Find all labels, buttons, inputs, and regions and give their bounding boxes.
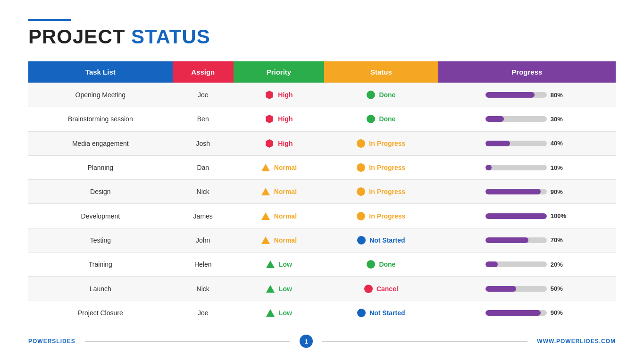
- triangle-icon: [261, 163, 270, 172]
- col-header-assign: Assign: [173, 61, 234, 83]
- priority-icon: [261, 163, 270, 172]
- priority-icon: [261, 187, 270, 196]
- table-row: Opening MeetingJoeHighDone80%: [28, 83, 616, 107]
- cell-priority: High: [234, 107, 324, 131]
- svg-marker-4: [261, 188, 270, 195]
- table-row: DevelopmentJamesNormalIn Progress100%: [28, 204, 616, 228]
- priority-icon: [261, 211, 270, 221]
- priority-icon: [266, 260, 275, 269]
- triangle-icon: [266, 284, 275, 294]
- triangle-icon: [261, 187, 270, 196]
- status-label: In Progress: [369, 140, 405, 147]
- priority-icon: [266, 308, 275, 318]
- cell-priority: Normal: [234, 180, 324, 204]
- footer-page-number: 1: [300, 335, 313, 348]
- progress-percent: 40%: [551, 140, 569, 147]
- progress-bar-bg: [485, 165, 547, 170]
- svg-marker-8: [266, 285, 275, 293]
- priority-label: High: [278, 91, 293, 99]
- status-label: Not Started: [369, 309, 405, 317]
- hexagon-icon: [265, 90, 274, 100]
- status-dot: [357, 139, 365, 148]
- cell-progress: 80%: [438, 83, 616, 107]
- cell-progress: 10%: [438, 155, 616, 179]
- page-title: PROJECT STATUS: [28, 25, 616, 48]
- priority-label: High: [278, 140, 293, 147]
- status-dot: [367, 91, 375, 99]
- status-dot: [357, 187, 365, 196]
- progress-bar-fill: [485, 261, 498, 267]
- progress-bar-bg: [485, 213, 547, 219]
- svg-marker-2: [266, 139, 273, 148]
- progress-bar-bg: [485, 92, 547, 98]
- cell-priority: High: [234, 83, 324, 107]
- status-label: Done: [379, 261, 395, 268]
- svg-marker-1: [266, 115, 273, 123]
- priority-label: Low: [279, 309, 292, 317]
- svg-marker-9: [266, 309, 275, 317]
- cell-assign: Ben: [173, 107, 234, 131]
- cell-assign: Dan: [173, 155, 234, 179]
- progress-bar-fill: [485, 165, 492, 170]
- footer-line-left: [85, 341, 290, 342]
- status-dot: [367, 260, 375, 269]
- priority-icon: [266, 284, 275, 294]
- cell-task: Opening Meeting: [28, 83, 173, 107]
- table-row: Brainstorming sessionBenHighDone30%: [28, 107, 616, 131]
- svg-marker-3: [261, 164, 270, 171]
- title-section: PROJECT STATUS: [28, 19, 616, 48]
- title-underline: [28, 19, 71, 21]
- triangle-icon: [261, 236, 270, 245]
- status-label: In Progress: [369, 164, 405, 171]
- cell-progress: 50%: [438, 277, 616, 301]
- cell-assign: Joe: [173, 83, 234, 107]
- cell-priority: Normal: [234, 155, 324, 179]
- cell-progress: 30%: [438, 107, 616, 131]
- status-label: Done: [379, 115, 395, 123]
- status-label: In Progress: [369, 212, 405, 220]
- cell-task: Media engagement: [28, 131, 173, 155]
- table-row: DesignNickNormalIn Progress90%: [28, 180, 616, 204]
- table-row: TestingJohnNormalNot Started70%: [28, 228, 616, 252]
- progress-percent: 80%: [551, 92, 569, 99]
- cell-status: Not Started: [324, 228, 438, 252]
- col-header-status: Status: [324, 61, 438, 83]
- table-header-row: Task List Assign Priority Status Progres…: [28, 61, 616, 83]
- priority-label: Normal: [274, 212, 297, 220]
- cell-priority: Low: [234, 301, 324, 325]
- progress-bar-bg: [485, 141, 547, 146]
- priority-icon: [265, 114, 274, 124]
- progress-percent: 10%: [551, 164, 569, 171]
- cell-progress: 70%: [438, 228, 616, 252]
- cell-progress: 90%: [438, 301, 616, 325]
- cell-status: Done: [324, 253, 438, 277]
- status-dot: [357, 212, 365, 220]
- status-label: Done: [379, 91, 395, 99]
- triangle-icon: [261, 211, 270, 221]
- cell-status: In Progress: [324, 180, 438, 204]
- cell-task: Design: [28, 180, 173, 204]
- cell-task: Planning: [28, 155, 173, 179]
- cell-priority: High: [234, 131, 324, 155]
- cell-assign: Nick: [173, 277, 234, 301]
- progress-bar-fill: [485, 286, 516, 292]
- cell-status: Done: [324, 107, 438, 131]
- cell-priority: Low: [234, 277, 324, 301]
- cell-assign: John: [173, 228, 234, 252]
- status-label: In Progress: [369, 188, 405, 195]
- svg-marker-6: [261, 236, 270, 244]
- table-row: PlanningDanNormalIn Progress10%: [28, 155, 616, 179]
- col-header-progress: Progress: [438, 61, 616, 83]
- progress-bar-bg: [485, 261, 547, 267]
- cell-status: In Progress: [324, 131, 438, 155]
- progress-percent: 30%: [551, 116, 569, 123]
- title-part1: PROJECT: [28, 25, 125, 48]
- priority-label: Normal: [274, 236, 297, 244]
- priority-label: Normal: [274, 164, 297, 171]
- footer-brand: POWERSLIDES: [28, 338, 75, 345]
- priority-label: Low: [279, 285, 292, 293]
- progress-percent: 90%: [551, 188, 569, 195]
- cell-status: In Progress: [324, 155, 438, 179]
- table-row: Media engagementJoshHighIn Progress40%: [28, 131, 616, 155]
- footer-brand-blue: SLIDES: [52, 338, 75, 345]
